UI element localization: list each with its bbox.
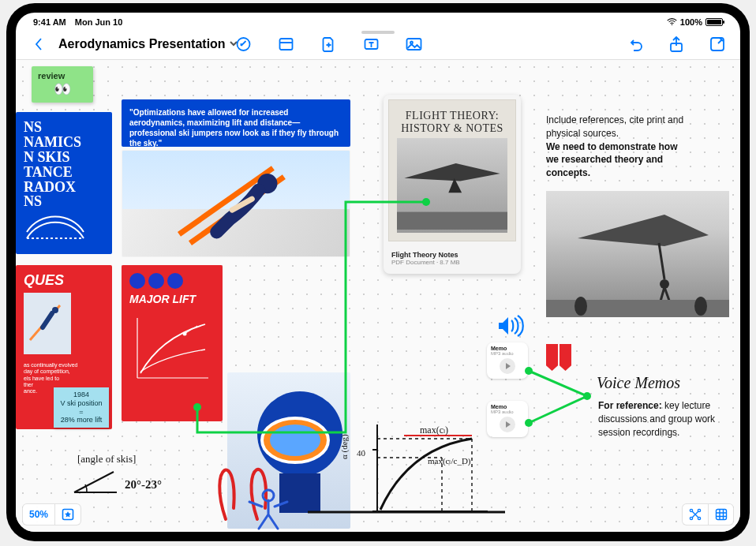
minimap-button[interactable] <box>683 504 708 525</box>
undo-button[interactable] <box>622 32 649 56</box>
status-date: Mon Jun 10 <box>75 17 123 27</box>
wifi-icon <box>667 18 677 26</box>
board-title[interactable]: Aerodynamics Presentation <box>58 37 238 51</box>
add-file-button[interactable] <box>316 32 342 56</box>
new-board-button[interactable] <box>704 32 731 56</box>
battery-icon <box>705 18 723 26</box>
graph-max-cl: max(cₗ) <box>420 424 448 436</box>
svg-rect-4 <box>407 39 421 50</box>
underline-sketch <box>308 510 505 514</box>
battery-pct: 100% <box>680 17 702 27</box>
graph-max-ratio: max(cₗ/c_D) <box>428 456 471 466</box>
graph-ylabel: α (deg) <box>339 434 349 459</box>
ipad-status-bar: 9:41 AM Mon Jun 10 100% <box>16 13 740 28</box>
zoom-control[interactable]: 50% <box>22 503 81 525</box>
sticky-note-button[interactable] <box>273 32 300 56</box>
zoom-favorite-button[interactable] <box>54 504 80 525</box>
svg-point-25 <box>583 392 591 400</box>
svg-point-24 <box>525 419 533 427</box>
app-toolbar: Aerodynamics Presentation <box>16 28 740 60</box>
handwriting-angle-value: 20°-23° <box>125 478 162 492</box>
freeform-canvas[interactable]: review 👀 NS NAMICS N SKIS TANCE RADOX NS… <box>16 60 740 532</box>
svg-rect-32 <box>716 510 726 520</box>
share-button[interactable] <box>663 32 690 56</box>
view-controls <box>682 503 734 525</box>
svg-point-23 <box>525 367 533 375</box>
zoom-value[interactable]: 50% <box>23 504 54 525</box>
status-time: 9:41 AM <box>33 17 66 27</box>
media-button[interactable] <box>401 32 428 56</box>
grid-toggle-button[interactable] <box>708 504 733 525</box>
handwriting-angle-label: [angle of skis] <box>77 453 136 466</box>
graph-tick: 40 <box>357 448 365 458</box>
angle-sketch <box>68 467 123 499</box>
blue-skier-sketch <box>240 486 295 532</box>
svg-point-22 <box>422 198 430 206</box>
back-button[interactable] <box>25 32 52 56</box>
svg-rect-2 <box>280 39 293 50</box>
svg-point-21 <box>193 403 201 411</box>
text-box-button[interactable] <box>358 32 385 56</box>
svg-point-0 <box>672 24 673 25</box>
pen-tool-button[interactable] <box>230 32 257 56</box>
